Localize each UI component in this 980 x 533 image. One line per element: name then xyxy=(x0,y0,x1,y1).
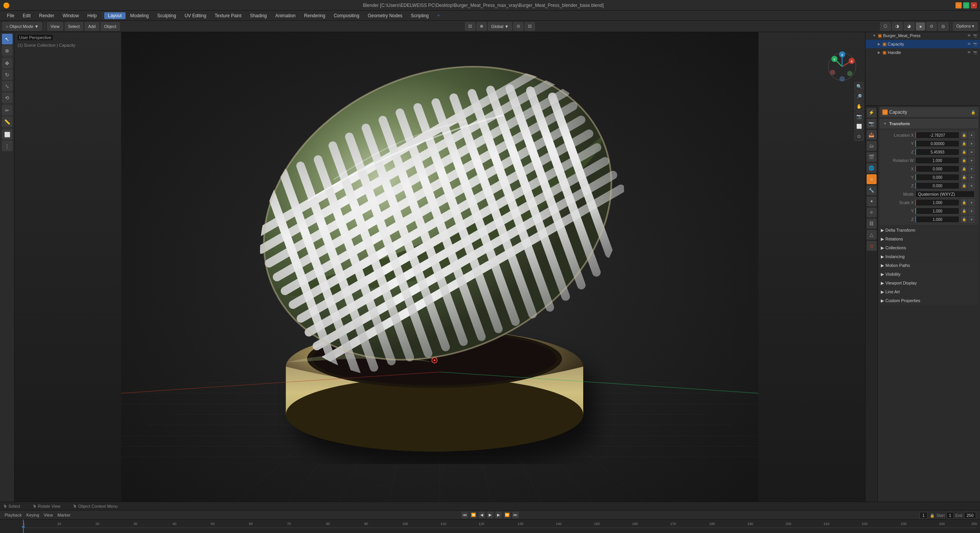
handle-expand[interactable]: ▶ xyxy=(877,50,881,55)
rotation-x-anim[interactable]: ● xyxy=(969,165,975,172)
capacity-expand[interactable]: ▶ xyxy=(877,42,881,46)
scale-x-field[interactable]: 1.000 xyxy=(915,199,959,206)
tl-keying-btn[interactable]: Keying xyxy=(25,513,41,517)
close-button[interactable]: ✕ xyxy=(971,2,977,8)
select-tool[interactable]: ↖ xyxy=(2,34,13,44)
prop-tab-particles[interactable]: ✦ xyxy=(867,196,877,206)
rotation-y-anim[interactable]: ● xyxy=(969,174,975,181)
vis-eye-2[interactable]: 👁 xyxy=(966,41,972,47)
snap-btn[interactable]: ⊕ xyxy=(476,22,487,31)
minimize-button[interactable]: ─ xyxy=(955,2,962,8)
annotate-tool[interactable]: ✏ xyxy=(2,105,13,116)
viewport[interactable]: User Perspective (1) Scene Collection | … xyxy=(15,32,865,510)
prop-tab-material[interactable]: ◎ xyxy=(867,241,877,251)
play-btn[interactable]: ▶ xyxy=(487,512,494,518)
prop-tab-output[interactable]: 📤 xyxy=(867,130,877,140)
options-btn[interactable]: Options ▾ xyxy=(953,22,978,31)
instancing-header[interactable]: ▶ Instancing xyxy=(879,252,978,261)
vis-eye-3[interactable]: 👁 xyxy=(966,50,972,55)
outliner-capacity[interactable]: ▶ ▣ Capacity 👁 📷 xyxy=(865,40,980,48)
prop-tab-render[interactable]: 📷 xyxy=(867,119,877,129)
motion-paths-header[interactable]: ▶ Motion Paths xyxy=(879,261,978,270)
jump-start-btn[interactable]: ⏮ xyxy=(461,512,468,518)
prop-tab-object[interactable]: ○ xyxy=(867,174,877,184)
scale-y-anim[interactable]: ● xyxy=(969,208,975,214)
extra-tools[interactable]: ⋮ xyxy=(2,141,13,151)
viewport-shading-solid[interactable]: ◑ xyxy=(892,22,903,31)
zoom-out-btn[interactable]: 🔎 xyxy=(854,92,864,101)
rotation-z-field[interactable]: 0.000 xyxy=(915,182,959,189)
measure-tool[interactable]: 📏 xyxy=(2,116,13,127)
workspace-compositing[interactable]: Compositing xyxy=(330,12,363,19)
outliner-content[interactable]: ▼ ▣ Burger_Meat_Press 👁 📷 ▶ ▣ Capacity 👁… xyxy=(865,30,980,105)
location-z-lock[interactable]: 🔒 xyxy=(961,149,967,155)
jump-end-btn[interactable]: ⏭ xyxy=(512,512,519,518)
workspace-texture[interactable]: Texture Paint xyxy=(211,12,245,19)
pan-btn[interactable]: ✋ xyxy=(854,102,864,111)
proportional-edit-btn[interactable]: ⊙ xyxy=(513,22,524,31)
tl-view-btn[interactable]: View xyxy=(42,513,54,517)
viewport-shading-rendered[interactable]: ● xyxy=(916,22,925,31)
viewport-display-header[interactable]: ▶ Viewport Display xyxy=(879,279,978,287)
prop-tab-scene[interactable]: ⚡ xyxy=(867,108,877,118)
outliner-burger-press[interactable]: ▼ ▣ Burger_Meat_Press 👁 📷 xyxy=(865,31,980,40)
select-btn[interactable]: Select xyxy=(65,22,83,31)
scale-x-lock[interactable]: 🔒 xyxy=(961,199,967,206)
location-x-anim[interactable]: ● xyxy=(969,132,975,139)
prev-frame-btn[interactable]: ⏪ xyxy=(470,512,477,518)
outliner-handle[interactable]: ▶ ▣ Handle 👁 📷 xyxy=(865,48,980,57)
navigation-gizmo[interactable]: X Y Z xyxy=(827,51,857,82)
relations-header[interactable]: ▶ Relations xyxy=(879,235,978,243)
scale-x-anim[interactable]: ● xyxy=(969,199,975,206)
view-btn[interactable]: View xyxy=(47,22,63,31)
scene-canvas[interactable] xyxy=(15,32,865,510)
timeline-content[interactable]: 1 10 20 30 40 50 60 70 80 90 100 110 120… xyxy=(0,520,980,533)
menu-window[interactable]: Window xyxy=(59,12,83,19)
rotation-w-anim[interactable]: ● xyxy=(969,157,975,164)
location-y-lock[interactable]: 🔒 xyxy=(961,140,967,147)
scale-tool[interactable]: ⤡ xyxy=(2,81,13,92)
visibility-header[interactable]: ▶ Visibility xyxy=(879,270,978,278)
prop-tab-modifier[interactable]: 🔧 xyxy=(867,185,877,195)
menu-file[interactable]: File xyxy=(3,12,18,19)
viewport-shading-wire[interactable]: ⬡ xyxy=(880,22,891,31)
vis-cam-2[interactable]: 📷 xyxy=(972,41,978,47)
location-y-anim[interactable]: ● xyxy=(969,140,975,147)
workspace-rendering[interactable]: Rendering xyxy=(300,12,329,19)
local-view-btn[interactable]: ⊙ xyxy=(854,132,864,141)
frame-all-btn[interactable]: ⬜ xyxy=(854,122,864,131)
transform-orient-btn[interactable]: Global ▼ xyxy=(488,22,512,31)
workspace-sculpting[interactable]: Sculpting xyxy=(154,12,180,19)
custom-props-header[interactable]: ▶ Custom Properties xyxy=(879,296,978,305)
location-y-field[interactable]: 0.00000 xyxy=(915,140,959,147)
add-btn[interactable]: Add xyxy=(85,22,99,31)
rotate-tool[interactable]: ↻ xyxy=(2,69,13,80)
prop-tab-viewlayer[interactable]: 🗂 xyxy=(867,141,877,151)
object-mode-btn[interactable]: ○ Object Mode ▼ xyxy=(2,22,42,31)
menu-edit[interactable]: Edit xyxy=(19,12,34,19)
lock-icon[interactable]: 🔒 xyxy=(971,110,975,114)
current-frame-field[interactable]: 1 xyxy=(919,512,927,519)
workspace-uv[interactable]: UV Editing xyxy=(181,12,210,19)
prop-tab-data[interactable]: △ xyxy=(867,230,877,240)
camera-view-btn[interactable]: 📷 xyxy=(854,112,864,121)
rotation-y-field[interactable]: 0.000 xyxy=(915,174,959,181)
tl-playback-btn[interactable]: Playback xyxy=(3,513,23,517)
burger-press-expand[interactable]: ▼ xyxy=(872,33,877,38)
collections-header[interactable]: ▶ Collections xyxy=(879,244,978,252)
scale-z-anim[interactable]: ● xyxy=(969,216,975,223)
rotation-w-lock[interactable]: 🔒 xyxy=(961,157,967,164)
zoom-in-btn[interactable]: 🔍 xyxy=(854,82,864,91)
prop-tab-constraints[interactable]: ⛓ xyxy=(867,219,877,229)
rotation-mode-field[interactable]: Quaternion (WXYZ) xyxy=(915,191,975,198)
workspace-layout[interactable]: Layout xyxy=(104,12,126,19)
next-keyframe-btn[interactable]: ▶ xyxy=(495,512,502,518)
start-frame-field[interactable]: 1 xyxy=(946,512,954,519)
delta-transform-header[interactable]: ▶ Delta Transform xyxy=(879,226,978,234)
workspace-geometry[interactable]: Geometry Nodes xyxy=(364,12,406,19)
vis-cam-3[interactable]: 📷 xyxy=(972,50,978,55)
window-controls[interactable]: ─ □ ✕ xyxy=(955,2,977,8)
rotation-z-lock[interactable]: 🔒 xyxy=(961,182,967,189)
workspace-animation[interactable]: Animation xyxy=(272,12,299,19)
location-x-lock[interactable]: 🔒 xyxy=(961,132,967,139)
